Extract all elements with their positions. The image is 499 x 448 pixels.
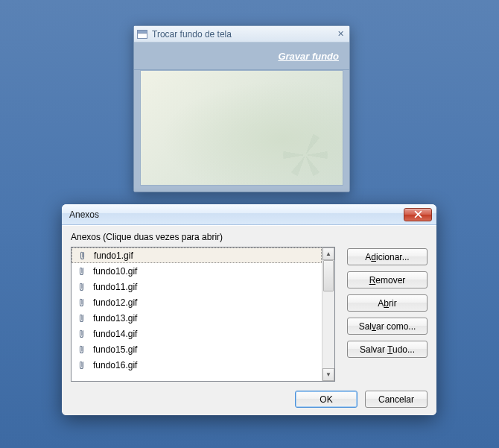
paperclip-icon bbox=[77, 266, 86, 277]
file-name: fundo10.gif bbox=[93, 266, 137, 277]
form-icon bbox=[137, 30, 147, 39]
file-name: fundo1.gif bbox=[94, 250, 133, 261]
file-name: fundo12.gif bbox=[93, 297, 137, 308]
background-preview[interactable] bbox=[140, 70, 343, 186]
file-name: fundo16.gif bbox=[93, 360, 137, 370]
close-button[interactable]: ✕ bbox=[334, 29, 346, 40]
paperclip-icon bbox=[78, 250, 86, 261]
file-name: fundo13.gif bbox=[93, 313, 137, 324]
background-chooser-window: Trocar fundo de tela ✕ Gravar fundo bbox=[133, 25, 350, 192]
header-bar: Gravar fundo bbox=[134, 42, 349, 70]
scrollbar[interactable]: ▲ ▼ bbox=[322, 247, 334, 381]
dialog-title: Anexos bbox=[69, 209, 404, 220]
cancel-button[interactable]: Cancelar bbox=[365, 391, 428, 408]
close-button[interactable] bbox=[404, 208, 432, 221]
list-label: Anexos (Clique duas vezes para abrir) bbox=[71, 232, 428, 242]
scroll-up-button[interactable]: ▲ bbox=[322, 247, 334, 260]
preview-wrap bbox=[134, 70, 349, 192]
dialog-body: Anexos (Clique duas vezes para abrir) fu… bbox=[62, 225, 436, 415]
list-item[interactable]: fundo14.gif bbox=[71, 326, 322, 341]
list-item[interactable]: fundo12.gif bbox=[71, 294, 322, 310]
list-item[interactable]: fundo10.gif bbox=[71, 263, 322, 279]
save-all-button[interactable]: Salvar Tudo... bbox=[347, 341, 428, 358]
paperclip-icon bbox=[77, 344, 86, 355]
paperclip-icon bbox=[77, 329, 86, 339]
file-name: fundo14.gif bbox=[93, 329, 137, 339]
scroll-track[interactable] bbox=[322, 260, 334, 368]
dialog-footer: OK Cancelar bbox=[71, 385, 428, 408]
scroll-thumb[interactable] bbox=[323, 260, 334, 291]
paperclip-icon bbox=[77, 297, 86, 308]
save-background-link[interactable]: Gravar fundo bbox=[278, 51, 339, 62]
list-item[interactable]: fundo13.gif bbox=[71, 310, 322, 326]
ok-button[interactable]: OK bbox=[295, 391, 357, 408]
file-name: fundo15.gif bbox=[93, 344, 137, 355]
open-button[interactable]: Abrir bbox=[347, 294, 428, 312]
side-buttons: Adicionar... Remover Abrir Salvar como..… bbox=[347, 247, 428, 382]
list-item[interactable]: fundo11.gif bbox=[71, 279, 322, 294]
paperclip-icon bbox=[77, 282, 86, 292]
list-item[interactable]: fundo1.gif bbox=[71, 247, 322, 263]
paperclip-icon bbox=[77, 360, 86, 370]
window-title: Trocar fundo de tela bbox=[152, 29, 330, 40]
attachments-listbox[interactable]: fundo1.giffundo10.giffundo11.giffundo12.… bbox=[71, 247, 335, 382]
save-as-button[interactable]: Salvar como... bbox=[347, 318, 428, 335]
attachments-dialog: Anexos Anexos (Clique duas vezes para ab… bbox=[62, 204, 436, 415]
list-item[interactable]: fundo16.gif bbox=[71, 357, 322, 373]
remove-button[interactable]: Remover bbox=[347, 271, 428, 288]
close-icon bbox=[414, 210, 422, 218]
titlebar[interactable]: Trocar fundo de tela ✕ bbox=[134, 26, 349, 42]
list-item[interactable]: fundo15.gif bbox=[71, 341, 322, 357]
file-name: fundo11.gif bbox=[93, 282, 137, 292]
paperclip-icon bbox=[77, 313, 86, 324]
add-button[interactable]: Adicionar... bbox=[347, 248, 428, 265]
scroll-down-button[interactable]: ▼ bbox=[322, 368, 334, 381]
dialog-titlebar[interactable]: Anexos bbox=[62, 204, 436, 225]
